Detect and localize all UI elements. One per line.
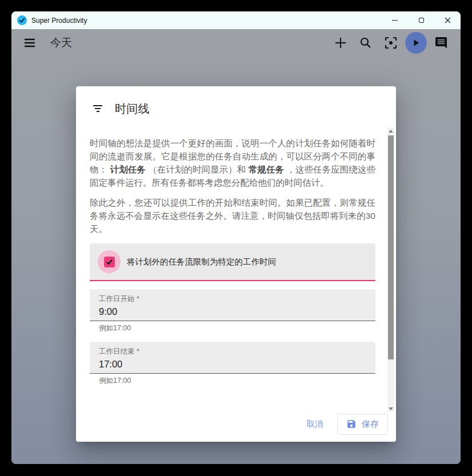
checkbox-ripple bbox=[98, 250, 121, 273]
work-hours-checkbox-row[interactable]: 将计划外的任务流限制为特定的工作时间 bbox=[90, 243, 375, 281]
workday-start-field: 工作日开始 * 例如17:00 bbox=[90, 289, 375, 333]
workday-start-label: 工作日开始 * bbox=[99, 294, 366, 304]
maximize-button[interactable] bbox=[408, 11, 434, 29]
work-hours-checkbox[interactable] bbox=[104, 257, 115, 267]
minimize-icon bbox=[392, 20, 398, 21]
workday-end-hint: 例如17:00 bbox=[90, 374, 375, 385]
bold-regular-tasks: 常规任务 bbox=[249, 165, 284, 174]
app-window: Super Productivity 今天 bbox=[11, 11, 461, 464]
maximize-icon bbox=[419, 18, 424, 23]
minimize-button[interactable] bbox=[382, 11, 408, 29]
cancel-button[interactable]: 取消 bbox=[296, 414, 334, 434]
checkmark-icon bbox=[106, 258, 113, 266]
checkbox-label[interactable]: 将计划外的任务流限制为特定的工作时间 bbox=[127, 257, 276, 267]
workday-end-input[interactable] bbox=[99, 359, 366, 370]
filter-icon bbox=[93, 105, 103, 112]
save-button[interactable]: 保存 bbox=[337, 414, 388, 435]
save-button-label: 保存 bbox=[362, 419, 379, 430]
dialog-intro-paragraph: 时间轴的想法是提供一个更好的画面，说明一个人的计划任务如何随着时间的流逝而发展。… bbox=[90, 137, 375, 189]
dialog-header: 时间线 bbox=[76, 86, 396, 127]
workday-start-hint: 例如17:00 bbox=[90, 321, 375, 333]
scroll-down-arrow-icon[interactable] bbox=[387, 405, 394, 412]
workday-end-field: 工作日结束 * 例如17:00 bbox=[90, 342, 375, 385]
workday-start-input[interactable] bbox=[99, 306, 366, 317]
timeline-dialog: 时间线 时间轴的想法是提供一个更好的画面，说明一个人的计划任务如何随着时间的流逝… bbox=[76, 86, 396, 442]
dialog-second-paragraph: 除此之外，您还可以提供工作的开始和结束时间。如果已配置，则常规任务将永远不会显示… bbox=[90, 196, 375, 235]
window-controls bbox=[382, 11, 461, 29]
window-title: Super Productivity bbox=[31, 17, 87, 25]
app-logo-icon bbox=[17, 15, 27, 25]
workday-end-box[interactable]: 工作日结束 * bbox=[90, 342, 375, 374]
app-content: 今天 bbox=[11, 29, 461, 464]
close-icon bbox=[445, 17, 451, 23]
titlebar: Super Productivity bbox=[11, 11, 461, 29]
scrollbar-thumb[interactable] bbox=[388, 135, 394, 359]
scroll-up-arrow-icon[interactable] bbox=[387, 127, 394, 134]
workday-start-box[interactable]: 工作日开始 * bbox=[90, 289, 375, 321]
save-icon bbox=[346, 419, 357, 429]
close-button[interactable] bbox=[434, 11, 461, 29]
dialog-scrollbar[interactable] bbox=[387, 127, 394, 412]
dialog-title: 时间线 bbox=[115, 101, 150, 117]
dialog-footer: 取消 保存 bbox=[76, 412, 396, 442]
dialog-body: 时间轴的想法是提供一个更好的画面，说明一个人的计划任务如何随着时间的流逝而发展。… bbox=[76, 127, 396, 412]
bold-planned-tasks: 计划任务 bbox=[110, 165, 146, 174]
workday-end-label: 工作日结束 * bbox=[99, 347, 366, 357]
